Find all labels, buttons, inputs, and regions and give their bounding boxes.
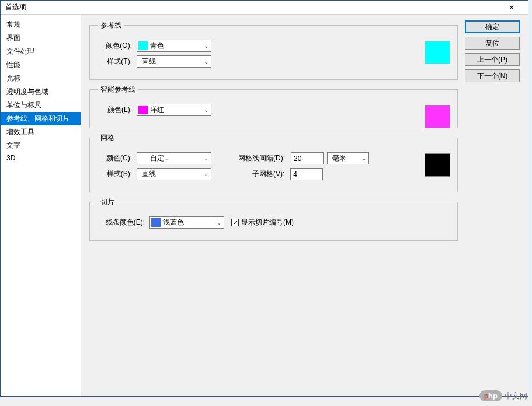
smart-guides-fieldset: 智能参考线 颜色(L): 洋红 ⌄ <box>89 85 458 128</box>
guides-color-preview[interactable] <box>425 41 450 64</box>
chevron-down-icon: ⌄ <box>201 171 211 177</box>
slices-color-row: 线条颜色(E): 浅蓝色 ⌄ ✓ 显示切片编号(M) <box>98 216 449 229</box>
slices-fieldset: 切片 线条颜色(E): 浅蓝色 ⌄ ✓ 显示切片编号(M) <box>89 197 458 241</box>
sidebar-item-file-handling[interactable]: 文件处理 <box>1 45 81 58</box>
grid-style-select[interactable]: 直线 ⌄ <box>137 168 211 180</box>
smart-guides-legend: 智能参考线 <box>98 85 138 94</box>
close-button[interactable]: ✕ <box>500 1 523 14</box>
main-panel: 参考线 颜色(O): 青色 ⌄ 样式(T): 直线 ⌄ <box>81 15 528 396</box>
smart-guides-color-preview[interactable] <box>425 105 450 128</box>
slices-show-numbers-label: 显示切片编号(M) <box>241 218 294 228</box>
chevron-down-icon: ⌄ <box>214 219 224 226</box>
content-area: 常规 界面 文件处理 性能 光标 透明度与色域 单位与标尺 参考线、网格和切片 … <box>1 15 528 396</box>
sidebar-item-interface[interactable]: 界面 <box>1 32 81 45</box>
chevron-down-icon: ⌄ <box>201 155 211 162</box>
smart-guides-color-value: 洋红 <box>149 105 201 115</box>
grid-style-row: 样式(S): 直线 ⌄ 子网格(V): <box>98 168 449 180</box>
sidebar-item-plugins[interactable]: 增效工具 <box>1 125 81 139</box>
chevron-down-icon: ⌄ <box>201 58 211 65</box>
grid-color-value: 自定... <box>149 153 201 163</box>
watermark-text: 中文网 <box>505 391 527 401</box>
button-column: 确定 复位 上一个(P) 下一个(N) <box>465 20 520 390</box>
guides-color-label: 颜色(O): <box>98 41 132 51</box>
guides-color-row: 颜色(O): 青色 ⌄ <box>98 40 449 52</box>
guides-color-swatch-icon <box>138 41 148 50</box>
smart-guides-color-swatch-icon <box>138 106 148 114</box>
grid-color-row: 颜色(C): 自定... ⌄ 网格线间隔(D): 毫米 ⌄ <box>98 152 449 164</box>
guides-style-select[interactable]: 直线 ⌄ <box>137 55 211 68</box>
slices-color-select[interactable]: 浅蓝色 ⌄ <box>149 216 224 229</box>
titlebar: 首选项 ✕ <box>1 1 528 15</box>
guides-style-label: 样式(T): <box>98 57 132 66</box>
guides-color-value: 青色 <box>149 41 201 51</box>
smart-guides-color-row: 颜色(L): 洋红 ⌄ <box>98 104 449 116</box>
slices-color-label: 线条颜色(E): <box>98 218 145 228</box>
guides-style-row: 样式(T): 直线 ⌄ <box>98 55 449 68</box>
grid-color-preview[interactable] <box>425 153 450 177</box>
guides-fieldset: 参考线 颜色(O): 青色 ⌄ 样式(T): 直线 ⌄ <box>89 20 458 80</box>
slices-color-swatch-icon <box>151 218 161 227</box>
window-title: 首选项 <box>5 2 26 12</box>
smart-guides-color-label: 颜色(L): <box>98 105 132 115</box>
next-button[interactable]: 下一个(N) <box>465 69 520 82</box>
grid-sub-input[interactable] <box>290 168 323 180</box>
prev-button[interactable]: 上一个(P) <box>465 53 520 66</box>
grid-color-label: 颜色(C): <box>98 153 132 163</box>
reset-button[interactable]: 复位 <box>465 37 520 50</box>
grid-sub-label: 子网格(V): <box>252 169 284 179</box>
guides-style-value: 直线 <box>141 57 201 66</box>
grid-color-swatch-icon <box>138 154 148 163</box>
slices-legend: 切片 <box>98 197 117 207</box>
chevron-down-icon: ⌄ <box>201 43 211 49</box>
chevron-down-icon: ⌄ <box>201 107 211 113</box>
grid-style-value: 直线 <box>141 169 201 179</box>
sidebar-item-performance[interactable]: 性能 <box>1 58 81 72</box>
checkbox-icon: ✓ <box>231 219 239 226</box>
smart-guides-color-select[interactable]: 洋红 ⌄ <box>137 104 211 116</box>
sidebar-item-guides-grid-slices[interactable]: 参考线、网格和切片 <box>1 112 81 125</box>
grid-fieldset: 网格 颜色(C): 自定... ⌄ 网格线间隔(D): 毫米 ⌄ <box>89 133 458 192</box>
sidebar: 常规 界面 文件处理 性能 光标 透明度与色域 单位与标尺 参考线、网格和切片 … <box>1 15 81 396</box>
sidebar-item-transparency[interactable]: 透明度与色域 <box>1 85 81 99</box>
sidebar-item-units-rulers[interactable]: 单位与标尺 <box>1 99 81 112</box>
guides-color-select[interactable]: 青色 ⌄ <box>137 40 211 52</box>
grid-spacing-label: 网格线间隔(D): <box>238 153 285 163</box>
sidebar-item-cursors[interactable]: 光标 <box>1 72 81 85</box>
ok-button[interactable]: 确定 <box>465 20 520 33</box>
grid-legend: 网格 <box>98 133 117 143</box>
grid-spacing-input[interactable] <box>291 152 324 164</box>
guides-legend: 参考线 <box>98 20 124 30</box>
grid-unit-select[interactable]: 毫米 ⌄ <box>327 152 369 164</box>
close-icon: ✕ <box>509 4 514 12</box>
slices-show-numbers-checkbox[interactable]: ✓ 显示切片编号(M) <box>231 218 294 228</box>
watermark-badge: pphphp <box>479 390 502 401</box>
slices-color-value: 浅蓝色 <box>162 218 214 228</box>
chevron-down-icon: ⌄ <box>359 155 368 162</box>
grid-unit-value: 毫米 <box>331 153 359 163</box>
fieldsets: 参考线 颜色(O): 青色 ⌄ 样式(T): 直线 ⌄ <box>89 20 458 390</box>
grid-style-label: 样式(S): <box>98 169 132 179</box>
watermark: pphphp 中文网 <box>479 390 527 401</box>
grid-color-select[interactable]: 自定... ⌄ <box>137 152 211 164</box>
sidebar-item-type[interactable]: 文字 <box>1 139 81 152</box>
sidebar-item-3d[interactable]: 3D <box>1 152 81 164</box>
sidebar-item-general[interactable]: 常规 <box>1 18 81 32</box>
preferences-window: 首选项 ✕ 常规 界面 文件处理 性能 光标 透明度与色域 单位与标尺 参考线、… <box>0 0 528 397</box>
